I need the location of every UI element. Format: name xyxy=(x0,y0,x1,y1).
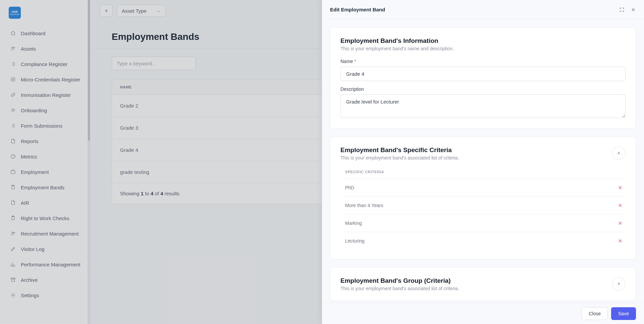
name-label: Name * xyxy=(340,59,626,64)
drawer-body[interactable]: Employment Band's Information This is yo… xyxy=(322,19,644,303)
info-card: Employment Band's Information This is yo… xyxy=(330,27,636,129)
group-heading: Employment Band's Group (Criteria) xyxy=(340,277,459,284)
group-subtext: This is your employment band's associate… xyxy=(340,286,459,291)
delete-criteria-icon[interactable] xyxy=(618,185,623,190)
required-asterisk: * xyxy=(354,59,356,64)
criteria-card: Employment Band's Specific Criteria This… xyxy=(330,137,636,259)
criteria-subtext: This is your employment band's associate… xyxy=(340,155,459,160)
criteria-row: PhD xyxy=(340,179,626,197)
description-field[interactable] xyxy=(340,94,626,118)
info-subtext: This is your employment band's name and … xyxy=(340,46,626,51)
group-card: Employment Band's Group (Criteria) This … xyxy=(330,267,636,301)
info-heading: Employment Band's Information xyxy=(340,37,626,45)
criteria-row: More than 4 Years xyxy=(340,197,626,214)
expand-icon[interactable] xyxy=(619,7,625,12)
drawer-footer: Close Save xyxy=(322,303,644,324)
criteria-row: Marking xyxy=(340,214,626,232)
criteria-heading: Employment Band's Specific Criteria xyxy=(340,146,459,154)
edit-drawer: Edit Employment Band Employment Band's I… xyxy=(322,0,644,324)
add-group-button[interactable] xyxy=(612,277,626,290)
drawer-header-actions xyxy=(619,7,636,12)
drawer-header: Edit Employment Band xyxy=(322,0,644,19)
delete-criteria-icon[interactable] xyxy=(618,220,623,226)
criteria-list-header: SPECIFIC CRITERIA xyxy=(340,165,626,179)
close-icon[interactable] xyxy=(631,7,636,12)
add-criteria-button[interactable] xyxy=(612,146,626,160)
delete-criteria-icon[interactable] xyxy=(618,238,623,244)
delete-criteria-icon[interactable] xyxy=(618,203,623,208)
criteria-label: PhD xyxy=(345,185,354,190)
name-field[interactable] xyxy=(340,67,626,81)
drawer-title: Edit Employment Band xyxy=(330,7,385,12)
close-button[interactable]: Close xyxy=(582,307,608,320)
criteria-label: More than 4 Years xyxy=(345,203,383,208)
save-button[interactable]: Save xyxy=(611,307,636,320)
criteria-label: Lecturing xyxy=(345,238,365,244)
criteria-label: Marking xyxy=(345,220,362,226)
criteria-row: Lecturing xyxy=(340,232,626,250)
description-label: Description xyxy=(340,86,626,92)
